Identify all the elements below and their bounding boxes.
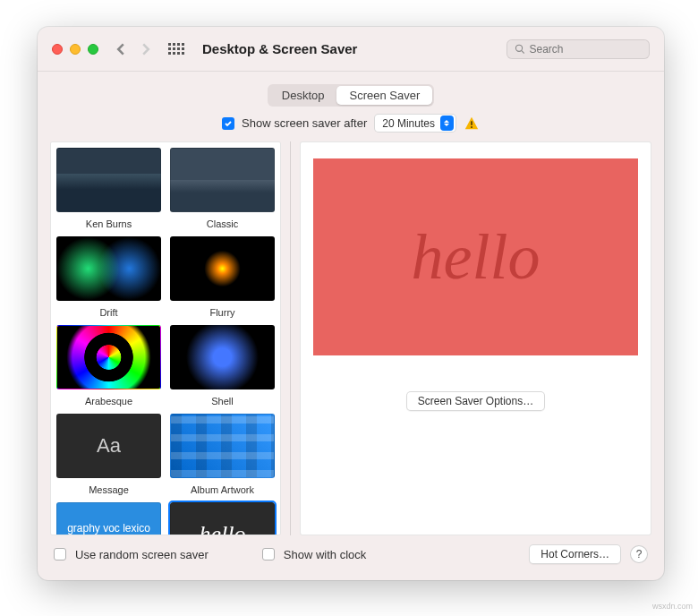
saver-item-shell[interactable]: Shell [170,325,275,408]
select-stepper-icon [440,116,454,131]
thumb-classic [170,148,275,212]
tab-desktop[interactable]: Desktop [269,86,337,105]
thumb-shell [170,325,275,389]
titlebar: Desktop & Screen Saver [38,27,664,72]
show-after-select[interactable]: 20 Minutes [374,114,456,133]
saver-item-message[interactable]: AaMessage [56,414,161,497]
saver-item-ken-burns[interactable]: Ken Burns [56,148,161,231]
warning-icon [464,116,480,132]
search-field[interactable] [506,39,650,59]
tabs-row: Desktop Screen Saver [38,72,664,114]
saver-item-flurry[interactable]: Flurry [170,236,275,320]
prefs-window: Desktop & Screen Saver Desktop Screen Sa… [38,27,664,580]
show-after-checkbox[interactable] [222,117,234,130]
show-after-row: Show screen saver after 20 Minutes [38,114,664,141]
saver-item-classic[interactable]: Classic [170,148,275,231]
window-controls [52,44,98,55]
show-all-button[interactable] [168,43,184,55]
saver-label: Arabesque [78,395,140,407]
show-after-value: 20 Minutes [382,117,435,130]
svg-rect-2 [471,121,472,125]
forward-icon[interactable] [140,43,152,56]
svg-line-1 [522,51,524,54]
thumb-arabesque [56,325,161,389]
random-checkbox[interactable] [54,548,66,560]
search-input[interactable] [529,43,642,56]
thumb-album [170,414,275,478]
check-icon [224,119,233,128]
zoom-button[interactable] [88,44,98,55]
search-icon [515,43,524,55]
random-label: Use random screen saver [75,548,209,561]
preview-pane: hello Screen Saver Options… [300,141,651,535]
preview-text: hello [412,220,541,295]
nav-buttons [115,43,152,56]
thumb-ken-burns [56,148,161,212]
clock-checkbox[interactable] [262,548,275,560]
saver-item-word[interactable]: graphy voc lexico tularyWord of the Day [56,502,161,535]
help-button[interactable]: ? [630,545,648,563]
thumb-drift [56,236,161,301]
saver-grid: Ken Burns Classic Drift Flurry Arabesque… [56,148,275,535]
svg-rect-3 [471,126,472,128]
clock-label: Show with clock [284,548,366,561]
watermark: wsxdn.com [652,602,693,611]
thumb-message: Aa [56,414,161,478]
content-area: Ken Burns Classic Drift Flurry Arabesque… [38,141,664,535]
show-after-label: Show screen saver after [242,116,367,130]
saver-label: Drift [92,306,124,319]
thumb-flurry [170,236,275,301]
saver-item-hello[interactable]: helloHello [170,502,275,535]
back-icon[interactable] [115,43,127,56]
saver-label: Shell [204,395,240,407]
vertical-divider [290,141,291,535]
svg-point-0 [515,45,522,51]
minimize-button[interactable] [70,44,81,55]
thumb-word: graphy voc lexico tulary [56,502,161,535]
window-title: Desktop & Screen Saver [202,41,499,56]
options-button[interactable]: Screen Saver Options… [406,391,545,411]
footer: Use random screen saver Show with clock … [38,535,664,573]
saver-label: Album Artwork [183,483,261,496]
saver-label: Ken Burns [79,218,139,230]
saver-item-drift[interactable]: Drift [56,236,161,320]
saver-label: Flurry [202,306,242,319]
saver-label: Message [81,483,136,496]
preview-area[interactable]: hello [313,158,638,355]
saver-item-arabesque[interactable]: Arabesque [56,325,161,408]
tab-screensaver[interactable]: Screen Saver [336,86,432,105]
saver-item-album[interactable]: Album Artwork [170,414,275,497]
hot-corners-button[interactable]: Hot Corners… [529,544,621,564]
tab-control: Desktop Screen Saver [268,84,434,107]
thumb-hello: hello [170,502,275,535]
saver-label: Classic [200,218,245,230]
close-button[interactable] [52,44,63,55]
saver-list[interactable]: Ken Burns Classic Drift Flurry Arabesque… [50,141,281,535]
